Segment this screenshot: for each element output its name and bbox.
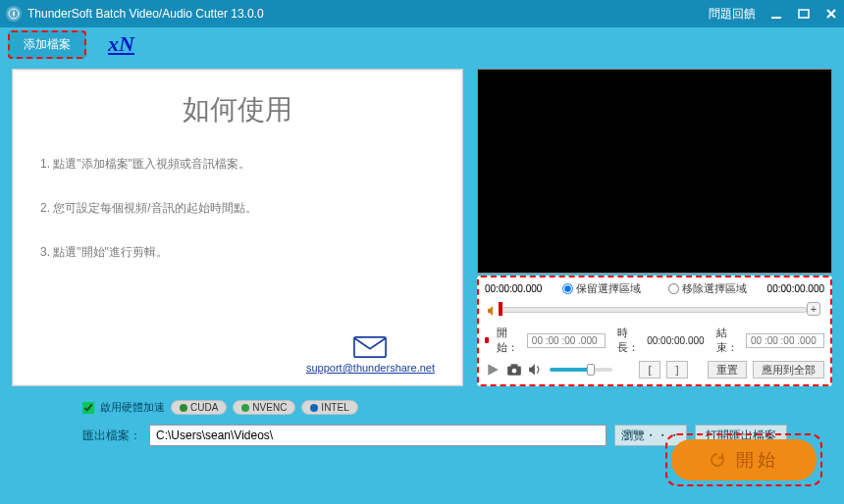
logo-text: xN — [108, 31, 134, 57]
radio-keep-selection[interactable]: 保留選擇區域 — [562, 281, 641, 296]
speaker-small-icon — [487, 303, 499, 315]
envelope-icon — [353, 344, 387, 361]
support-email-link[interactable]: support@thundershare.net — [306, 362, 435, 374]
toolbar: 添加檔案 xN — [0, 27, 844, 61]
howto-panel: 如何使用 1. 點選"添加檔案"匯入視頻或音訊檔案。 2. 您可設定每個視頻/音… — [12, 69, 463, 386]
start-button-highlight: 開始 — [665, 433, 822, 486]
app-title: ThunderSoft Batch Video/Audio Cutter 13.… — [27, 7, 709, 21]
refresh-icon — [709, 451, 726, 469]
mark-in-button[interactable]: [ — [639, 361, 660, 378]
start-button-label: 開始 — [736, 448, 779, 472]
trim-controls: 00:00:00.000 保留選擇區域 移除選擇區域 00:00:00.000 — [477, 276, 832, 386]
volume-icon[interactable] — [528, 363, 544, 377]
mark-out-button[interactable]: ] — [666, 361, 688, 378]
svg-rect-5 — [354, 337, 386, 357]
apply-all-button[interactable]: 應用到全部 — [753, 361, 824, 378]
output-path-label: 匯出檔案： — [82, 428, 141, 444]
howto-step: 2. 您可設定每個視頻/音訊的起始時間點。 — [40, 200, 435, 217]
timecode-right: 00:00:00.000 — [767, 283, 824, 294]
radio-keep-input[interactable] — [562, 283, 573, 294]
start-time-input[interactable] — [527, 333, 606, 348]
badge-cuda: CUDA — [171, 400, 227, 415]
reset-button[interactable]: 重置 — [708, 361, 747, 378]
output-path-input[interactable] — [149, 425, 607, 446]
radio-remove-selection[interactable]: 移除選擇區域 — [668, 281, 747, 296]
howto-step: 3. 點選"開始"進行剪輯。 — [40, 244, 435, 261]
maximize-button[interactable] — [797, 7, 811, 21]
timecode-left: 00:00:00.000 — [485, 283, 542, 294]
trim-slider[interactable]: + — [485, 300, 824, 320]
duration-value: 00:00:00.000 — [647, 335, 704, 346]
radio-remove-label: 移除選擇區域 — [682, 281, 747, 296]
start-time-label: 開始： — [497, 326, 520, 355]
volume-thumb[interactable] — [587, 364, 595, 376]
badge-intel: INTEL — [301, 400, 357, 415]
hw-accel-checkbox[interactable] — [82, 402, 94, 414]
howto-step: 1. 點選"添加檔案"匯入視頻或音訊檔案。 — [40, 156, 435, 173]
app-icon — [6, 6, 22, 22]
duration-label: 時長： — [617, 326, 641, 355]
svg-rect-7 — [511, 364, 518, 367]
titlebar: ThunderSoft Batch Video/Audio Cutter 13.… — [0, 0, 844, 27]
trim-track[interactable] — [501, 307, 807, 313]
hw-accel-label: 啟用硬體加速 — [100, 400, 165, 415]
add-segment-button[interactable]: + — [807, 302, 820, 316]
end-time-input[interactable] — [746, 333, 824, 348]
close-button[interactable] — [824, 7, 838, 21]
howto-title: 如何使用 — [40, 91, 435, 128]
end-time-label: 結束： — [716, 326, 740, 355]
start-marker-icon — [485, 337, 489, 343]
support-email-block[interactable]: support@thundershare.net — [306, 336, 435, 374]
svg-point-8 — [512, 369, 517, 374]
radio-keep-label: 保留選擇區域 — [576, 281, 641, 296]
trim-start-handle[interactable] — [499, 302, 502, 316]
radio-remove-input[interactable] — [668, 283, 679, 294]
start-button[interactable]: 開始 — [671, 439, 817, 480]
volume-slider[interactable] — [550, 368, 612, 372]
minimize-button[interactable] — [769, 7, 783, 21]
badge-nvenc: NVENC — [233, 400, 295, 415]
play-icon[interactable] — [485, 363, 501, 377]
svg-rect-2 — [799, 10, 809, 18]
snapshot-icon[interactable] — [506, 363, 522, 377]
video-preview[interactable] — [477, 69, 832, 274]
add-file-button[interactable]: 添加檔案 — [8, 30, 86, 59]
feedback-link[interactable]: 問題回饋 — [709, 6, 756, 23]
